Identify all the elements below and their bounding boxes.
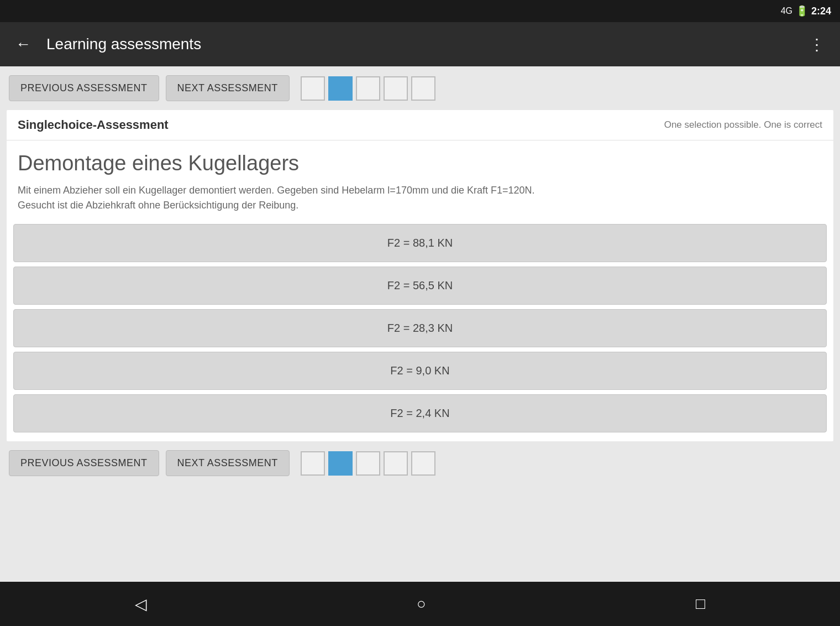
- signal-icon: 4G: [781, 6, 792, 16]
- status-bar: 4G 🔋 2:24: [0, 0, 840, 22]
- dot-4[interactable]: [384, 76, 408, 101]
- assessment-header: Singlechoice-Assessment One selection po…: [7, 110, 833, 140]
- assessment-card: Singlechoice-Assessment One selection po…: [7, 110, 833, 441]
- dot-bottom-2[interactable]: [328, 451, 353, 476]
- page-title: Learning assessments: [46, 35, 794, 53]
- system-home-button[interactable]: ○: [400, 590, 443, 618]
- dot-3[interactable]: [356, 76, 380, 101]
- more-options-button[interactable]: ⋮: [805, 31, 829, 58]
- dot-bottom-4[interactable]: [384, 451, 408, 476]
- bottom-nav-row: PREVIOUS ASSESSMENT NEXT ASSESSMENT: [0, 441, 840, 485]
- dot-bottom-1[interactable]: [301, 451, 325, 476]
- assessment-type-label: Singlechoice-Assessment: [18, 118, 169, 132]
- dot-2[interactable]: [328, 76, 353, 101]
- answer-option-5[interactable]: F2 = 2,4 KN: [13, 394, 827, 432]
- question-body: Mit einem Abzieher soll ein Kugellager d…: [18, 183, 822, 213]
- dot-bottom-3[interactable]: [356, 451, 380, 476]
- time-display: 2:24: [811, 6, 831, 17]
- next-assessment-button-bottom[interactable]: NEXT ASSESSMENT: [166, 450, 290, 476]
- previous-assessment-button-bottom[interactable]: PREVIOUS ASSESSMENT: [9, 450, 159, 476]
- dot-indicators: [301, 76, 435, 101]
- system-back-button[interactable]: ◁: [118, 590, 164, 619]
- battery-icon: 🔋: [796, 5, 808, 17]
- previous-assessment-button[interactable]: PREVIOUS ASSESSMENT: [9, 75, 159, 101]
- system-nav-bar: ◁ ○ □: [0, 582, 840, 626]
- back-button[interactable]: ←: [11, 31, 35, 58]
- answer-option-1[interactable]: F2 = 88,1 KN: [13, 224, 827, 262]
- answer-option-4[interactable]: F2 = 9,0 KN: [13, 352, 827, 390]
- dot-indicators-bottom: [301, 451, 435, 476]
- status-icons: 4G 🔋 2:24: [781, 5, 831, 17]
- top-nav-bar: ← Learning assessments ⋮: [0, 22, 840, 66]
- system-recent-button[interactable]: □: [679, 590, 722, 618]
- main-content: PREVIOUS ASSESSMENT NEXT ASSESSMENT Sing…: [0, 66, 840, 485]
- answer-option-3[interactable]: F2 = 28,3 KN: [13, 309, 827, 347]
- answer-option-2[interactable]: F2 = 56,5 KN: [13, 267, 827, 305]
- dot-bottom-5[interactable]: [411, 451, 435, 476]
- question-title: Demontage eines Kugellagers: [18, 152, 822, 175]
- next-assessment-button[interactable]: NEXT ASSESSMENT: [166, 75, 290, 101]
- assessment-hint-label: One selection possible. One is correct: [664, 119, 822, 131]
- top-nav-row: PREVIOUS ASSESSMENT NEXT ASSESSMENT: [0, 66, 840, 110]
- question-area: Demontage eines Kugellagers Mit einem Ab…: [7, 140, 833, 213]
- dot-1[interactable]: [301, 76, 325, 101]
- dot-5[interactable]: [411, 76, 435, 101]
- answers-list: F2 = 88,1 KNF2 = 56,5 KNF2 = 28,3 KNF2 =…: [7, 224, 833, 441]
